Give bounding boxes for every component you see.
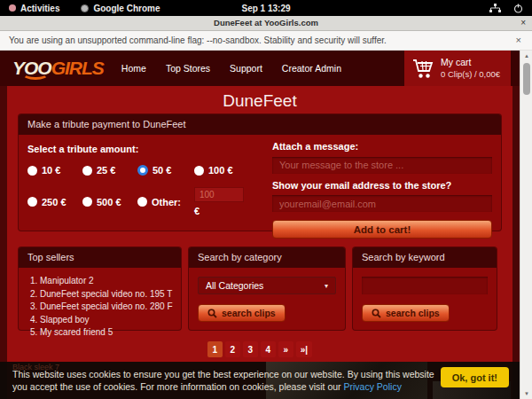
clock[interactable]: Sep 1 13:29	[0, 4, 532, 13]
privacy-policy-link[interactable]: Privacy Policy	[344, 381, 402, 392]
notification-bar: You are using an unsupported command-lin…	[0, 31, 532, 51]
vertical-scrollbar[interactable]: ▲ ▼	[520, 51, 532, 399]
network-icon[interactable]	[489, 4, 501, 13]
page-content: DuneFeet Make a tribute payment to DuneF…	[7, 86, 512, 399]
chrome-icon	[81, 4, 89, 12]
search-category-title: Search by category	[189, 247, 345, 268]
cookie-accept-button[interactable]: Ok, got it!	[441, 367, 509, 387]
list-item[interactable]: Slapped boy	[40, 314, 181, 327]
search-icon	[372, 309, 381, 318]
nav-item-support[interactable]: Support	[230, 63, 262, 74]
category-select-value: All Categories	[206, 280, 263, 291]
radio-option-50-selected[interactable]: 50 €	[137, 165, 194, 176]
list-item[interactable]: My scared friend 5	[40, 326, 181, 340]
radio-icon[interactable]	[27, 166, 37, 176]
window-title: DuneFeet at YooGirls.com	[0, 18, 532, 27]
page-title: DuneFeet	[7, 86, 512, 111]
amount-options: 10 € 25 € 50 € 100 € 250 € 500 € Other: …	[27, 165, 260, 216]
pagination: 1 2 3 4 » »|	[7, 341, 512, 357]
radio-icon[interactable]	[82, 197, 92, 207]
category-select[interactable]: All Categories ▾	[198, 277, 336, 294]
site-logo[interactable]: YOOGIRLS	[12, 58, 104, 79]
power-icon[interactable]	[513, 4, 523, 13]
radio-option-500[interactable]: 500 €	[82, 187, 137, 216]
logo-text-girls: GIRLS	[51, 58, 104, 78]
other-amount-input[interactable]	[194, 187, 244, 202]
page-button-4[interactable]: 4	[261, 341, 276, 357]
notification-close-icon[interactable]: ×	[516, 35, 521, 45]
page-button-3[interactable]: 3	[243, 341, 258, 357]
logo-smile-icon	[22, 68, 49, 80]
message-label: Attach a message:	[272, 141, 492, 152]
add-to-cart-button[interactable]: Add to cart!	[272, 220, 492, 239]
site-header: YOOGIRLS Home Top Stores Support Creator…	[0, 51, 520, 86]
radio-option-other[interactable]: Other:	[137, 187, 194, 216]
radio-icon[interactable]	[137, 197, 147, 207]
app-menu-button[interactable]: Google Chrome	[81, 4, 160, 13]
currency-symbol: €	[194, 206, 256, 216]
amount-label: Select a tribute amount:	[27, 144, 260, 154]
nav-item-creator-admin[interactable]: Creator Admin	[282, 63, 341, 74]
cookie-banner: Black sleek 7 This website uses cookies …	[0, 362, 520, 399]
search-keyword-title: Search by keyword	[353, 247, 497, 268]
message-input[interactable]	[272, 157, 492, 174]
main-nav: Home Top Stores Support Creator Admin	[121, 63, 341, 74]
activities-button[interactable]: Activities	[9, 4, 59, 13]
search-keyword-panel: Search by keyword search clips	[352, 246, 497, 331]
shopping-cart-icon	[412, 59, 434, 79]
tribute-panel: Make a tribute payment to DuneFeet Selec…	[18, 113, 502, 231]
radio-icon[interactable]	[27, 197, 37, 207]
activities-label: Activities	[20, 4, 59, 13]
radio-option-100[interactable]: 100 €	[194, 165, 256, 176]
search-clips-keyword-button[interactable]: search clips	[362, 304, 450, 322]
email-label: Show your email address to the store?	[272, 180, 492, 191]
top-sellers-panel: Top sellers Manipulator 2 DuneFeet speci…	[18, 246, 182, 331]
search-icon	[207, 309, 217, 318]
radio-icon[interactable]	[82, 166, 92, 176]
app-menu-label: Google Chrome	[93, 4, 160, 13]
list-item[interactable]: DuneFeet special video no. 195 T	[40, 288, 181, 301]
scroll-down-icon[interactable]: ▼	[520, 388, 532, 399]
cart-summary: 0 Clip(s) / 0,00€	[441, 68, 500, 80]
page-button-next[interactable]: »	[278, 341, 293, 357]
window-title-bar: DuneFeet at YooGirls.com ×	[0, 16, 532, 31]
list-item[interactable]: DuneFeet special video no. 280 F	[40, 301, 181, 314]
notification-message: You are using an unsupported command-lin…	[9, 35, 387, 45]
search-clips-category-button[interactable]: search clips	[198, 304, 286, 322]
nav-item-top-stores[interactable]: Top Stores	[166, 63, 210, 74]
email-input[interactable]	[272, 195, 492, 212]
radio-option-250[interactable]: 250 €	[27, 187, 82, 216]
tribute-panel-title: Make a tribute payment to DuneFeet	[19, 114, 501, 135]
browser-viewport: YOOGIRLS Home Top Stores Support Creator…	[0, 51, 532, 399]
nav-item-home[interactable]: Home	[121, 63, 146, 74]
cookie-banner-text: This website uses cookies to ensure you …	[12, 369, 436, 393]
activities-icon	[9, 4, 16, 12]
top-sellers-list: Manipulator 2 DuneFeet special video no.…	[19, 275, 181, 340]
radio-selected-icon[interactable]	[137, 165, 148, 176]
chevron-down-icon: ▾	[325, 282, 328, 290]
page-button-2[interactable]: 2	[225, 341, 240, 357]
radio-icon[interactable]	[194, 166, 204, 176]
scroll-up-icon[interactable]: ▲	[520, 51, 532, 61]
system-top-bar: Activities Google Chrome Sep 1 13:29	[0, 0, 532, 16]
page-button-last[interactable]: »|	[296, 341, 312, 357]
my-cart-button[interactable]: My cart 0 Clip(s) / 0,00€	[404, 51, 511, 86]
search-category-panel: Search by category All Categories ▾ sear…	[188, 246, 346, 331]
top-sellers-title: Top sellers	[19, 247, 181, 268]
window-close-icon[interactable]: ×	[520, 18, 526, 27]
list-item[interactable]: Manipulator 2	[40, 275, 181, 288]
keyword-input[interactable]	[362, 277, 488, 294]
page-button-1[interactable]: 1	[207, 341, 223, 357]
cart-title: My cart	[441, 57, 500, 68]
radio-option-10[interactable]: 10 €	[27, 165, 82, 176]
scrollbar-thumb[interactable]	[523, 63, 530, 95]
radio-option-25[interactable]: 25 €	[82, 165, 137, 176]
